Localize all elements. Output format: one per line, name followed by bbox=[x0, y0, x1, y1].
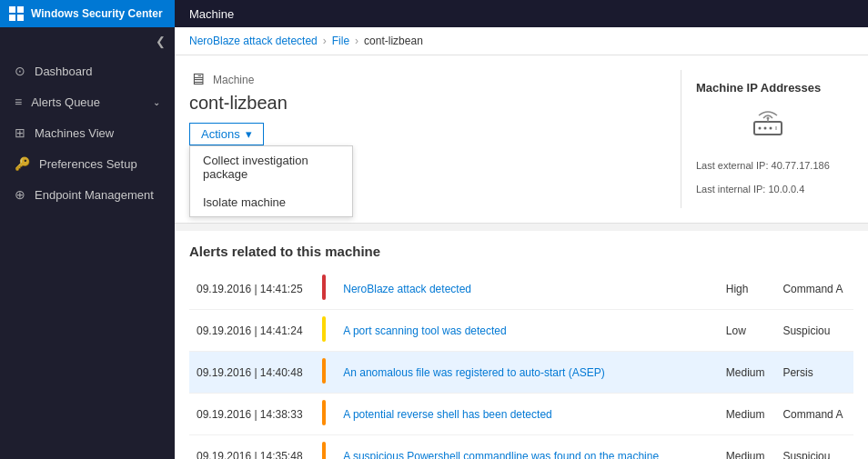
alert-severity-indicator bbox=[315, 268, 336, 310]
alert-severity-indicator bbox=[315, 435, 336, 459]
sidebar-collapse-button[interactable]: ❮ bbox=[0, 27, 175, 55]
ip-box-title: Machine IP Addresses bbox=[696, 81, 839, 95]
alert-severity-indicator bbox=[315, 310, 336, 352]
sidebar-item-label: Endpoint Management bbox=[35, 188, 154, 202]
table-row[interactable]: 09.19.2016 | 14:35:48 A suspicious Power… bbox=[189, 435, 853, 459]
top-header: Windows Security Center Machine bbox=[0, 0, 868, 27]
alert-severity-label: Medium bbox=[719, 352, 776, 394]
actions-label: Actions bbox=[201, 127, 240, 141]
main-layout: ❮ ⊙ Dashboard ≡ Alerts Queue ⌄ ⊞ Machine… bbox=[0, 27, 868, 459]
ip-external: Last external IP: 40.77.17.186 bbox=[696, 158, 839, 175]
sidebar-item-preferences[interactable]: 🔑 Preferences Setup bbox=[0, 148, 175, 179]
svg-point-6 bbox=[766, 117, 769, 120]
alert-link-cell[interactable]: A port scanning tool was detected bbox=[336, 310, 719, 352]
sidebar-item-dashboard[interactable]: ⊙ Dashboard bbox=[0, 55, 175, 86]
ip-internal: Last internal IP: 10.0.0.4 bbox=[696, 182, 839, 198]
breadcrumb-item-3: cont-lizbean bbox=[364, 35, 423, 47]
content-area: NeroBlaze attack detected › File › cont-… bbox=[175, 27, 868, 459]
app-title: Windows Security Center bbox=[31, 7, 163, 20]
alert-time: 09.19.2016 | 14:35:48 bbox=[189, 435, 315, 459]
sidebar-item-label: Dashboard bbox=[35, 65, 93, 78]
alert-category: Suspiciou bbox=[775, 435, 853, 459]
alert-link[interactable]: A potential reverse shell has been detec… bbox=[343, 408, 552, 421]
machine-label: Machine bbox=[213, 74, 254, 86]
sidebar-item-machines-view[interactable]: ⊞ Machines View bbox=[0, 117, 175, 148]
alert-severity-label: Medium bbox=[719, 394, 776, 435]
machine-info: 🖥 Machine cont-lizbean Actions ▾ Collect… bbox=[189, 70, 681, 208]
alert-link[interactable]: NeroBlaze attack detected bbox=[343, 283, 471, 295]
alert-link[interactable]: An anomalous file was registered to auto… bbox=[343, 366, 604, 379]
alert-severity-label: High bbox=[719, 268, 776, 310]
alerts-table: 09.19.2016 | 14:41:25 NeroBlaze attack d… bbox=[189, 268, 853, 459]
table-row[interactable]: 09.19.2016 | 14:41:25 NeroBlaze attack d… bbox=[189, 268, 853, 310]
actions-button[interactable]: Actions ▾ bbox=[189, 123, 264, 145]
alert-category: Persis bbox=[775, 352, 853, 394]
alert-link-cell[interactable]: An anomalous file was registered to auto… bbox=[336, 352, 719, 394]
alert-category: Suspiciou bbox=[775, 310, 853, 352]
network-icon bbox=[696, 105, 839, 151]
alert-category: Command A bbox=[775, 394, 853, 435]
windows-icon bbox=[9, 6, 24, 21]
machine-section: 🖥 Machine cont-lizbean Actions ▾ Collect… bbox=[175, 55, 868, 224]
alert-severity-label: Low bbox=[719, 310, 776, 352]
breadcrumb: NeroBlaze attack detected › File › cont-… bbox=[175, 27, 868, 55]
alert-severity-indicator bbox=[315, 394, 336, 435]
actions-chevron-icon: ▾ bbox=[246, 127, 252, 141]
breadcrumb-separator-1: › bbox=[323, 35, 327, 47]
page-title: Machine bbox=[175, 7, 234, 21]
dashboard-icon: ⊙ bbox=[15, 64, 25, 78]
alert-severity-label: Medium bbox=[719, 435, 776, 459]
alert-time: 09.19.2016 | 14:41:24 bbox=[189, 310, 315, 352]
breadcrumb-separator-2: › bbox=[355, 35, 358, 47]
alert-link-cell[interactable]: NeroBlaze attack detected bbox=[336, 268, 719, 310]
machine-name: cont-lizbean bbox=[189, 93, 681, 114]
alert-severity-indicator bbox=[315, 352, 336, 394]
table-row[interactable]: 09.19.2016 | 14:40:48 An anomalous file … bbox=[189, 352, 853, 394]
alerts-title: Alerts related to this machine bbox=[189, 231, 853, 268]
endpoint-icon: ⊕ bbox=[15, 187, 25, 202]
chevron-down-icon: ⌄ bbox=[153, 97, 160, 107]
alert-time: 09.19.2016 | 14:38:33 bbox=[189, 394, 315, 435]
alert-link-cell[interactable]: A suspicious Powershell commandline was … bbox=[336, 435, 719, 459]
alert-category: Command A bbox=[775, 268, 853, 310]
alerts-section: Alerts related to this machine 09.19.201… bbox=[175, 231, 868, 459]
ip-box: Machine IP Addresses Las bbox=[681, 70, 853, 208]
breadcrumb-item-1[interactable]: NeroBlaze attack detected bbox=[189, 35, 318, 47]
alert-time: 09.19.2016 | 14:41:25 bbox=[189, 268, 315, 310]
actions-dropdown: Collect investigation package Isolate ma… bbox=[189, 145, 353, 217]
alert-link-cell[interactable]: A potential reverse shell has been detec… bbox=[336, 394, 719, 435]
sidebar-item-label: Machines View bbox=[35, 126, 114, 140]
collect-investigation-item[interactable]: Collect investigation package bbox=[190, 146, 352, 188]
machine-header: 🖥 Machine bbox=[189, 70, 681, 89]
sidebar: ❮ ⊙ Dashboard ≡ Alerts Queue ⌄ ⊞ Machine… bbox=[0, 27, 175, 459]
machine-icon: 🖥 bbox=[189, 70, 206, 89]
sidebar-item-label: Alerts Queue bbox=[31, 95, 100, 109]
breadcrumb-item-2[interactable]: File bbox=[332, 35, 349, 47]
table-row[interactable]: 09.19.2016 | 14:41:24 A port scanning to… bbox=[189, 310, 853, 352]
alert-time: 09.19.2016 | 14:40:48 bbox=[189, 352, 315, 394]
alert-link[interactable]: A suspicious Powershell commandline was … bbox=[343, 450, 659, 459]
alerts-icon: ≡ bbox=[15, 95, 22, 109]
sidebar-item-endpoint[interactable]: ⊕ Endpoint Management bbox=[0, 179, 175, 210]
preferences-icon: 🔑 bbox=[15, 156, 30, 171]
sidebar-item-alerts-queue[interactable]: ≡ Alerts Queue ⌄ bbox=[0, 86, 175, 117]
alert-link[interactable]: A port scanning tool was detected bbox=[343, 324, 506, 337]
table-row[interactable]: 09.19.2016 | 14:38:33 A potential revers… bbox=[189, 394, 853, 435]
sidebar-item-label: Preferences Setup bbox=[39, 157, 137, 171]
logo-area: Windows Security Center bbox=[0, 0, 175, 27]
machines-icon: ⊞ bbox=[15, 125, 25, 140]
isolate-machine-item[interactable]: Isolate machine bbox=[190, 188, 352, 216]
